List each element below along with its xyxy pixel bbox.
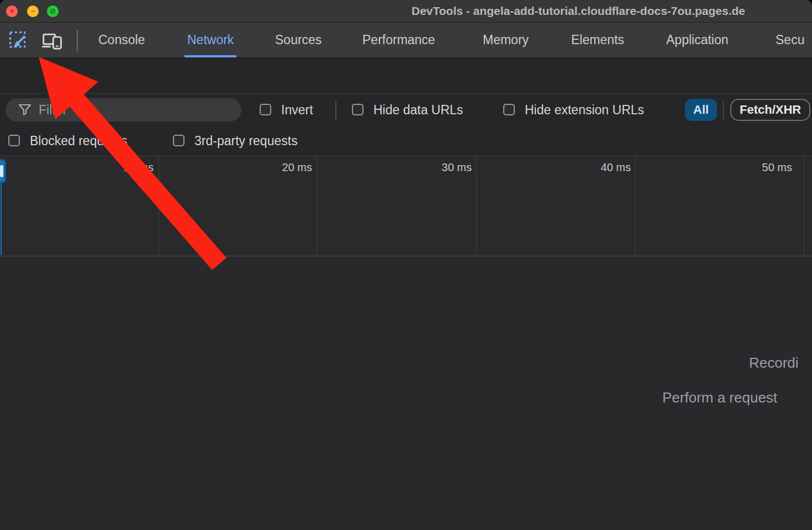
perform-request-hint-text: Perform a request: [662, 389, 777, 406]
toggle-device-toolbar-button[interactable]: [40, 29, 64, 52]
timeline-tick-20ms: 20 ms: [282, 161, 312, 174]
network-options-bar: Blocked requests 3rd-party requests: [0, 126, 812, 156]
blocked-requests-label: Blocked requests: [30, 134, 127, 149]
hide-data-urls-checkbox[interactable]: [352, 104, 363, 115]
timeline-tick-10ms: 10 ms: [124, 161, 154, 174]
timeline-drag-handle[interactable]: [0, 159, 6, 183]
inspect-element-button[interactable]: [7, 29, 31, 52]
tab-security[interactable]: Secu: [776, 23, 804, 57]
filter-separator: [335, 100, 336, 120]
device-toolbar-icon: [41, 31, 63, 51]
window-title: DevTools - angela-add-tutorial.cloudflar…: [412, 4, 745, 18]
tab-memory[interactable]: Memory: [483, 23, 529, 57]
tab-application[interactable]: Application: [666, 23, 729, 57]
zoom-window-button[interactable]: ⊘: [47, 6, 59, 17]
hide-extension-urls-label: Hide extension URLs: [525, 103, 644, 118]
hide-extension-urls-checkbox[interactable]: [503, 104, 515, 115]
close-window-button[interactable]: ×: [6, 6, 18, 17]
timeline-tick-50ms: 50 ms: [762, 161, 792, 174]
recording-status-text: Recordi: [749, 354, 799, 372]
third-party-requests-label: 3rd-party requests: [194, 134, 298, 149]
timeline-tick-40ms: 40 ms: [601, 161, 631, 174]
inspect-icon: [8, 30, 29, 51]
tab-performance[interactable]: Performance: [362, 23, 435, 57]
timeline-gridline: [476, 156, 477, 256]
invert-checkbox[interactable]: [260, 104, 271, 115]
minimize-window-button[interactable]: −: [27, 6, 39, 17]
devtools-tab-bar: Console Network Sources Performance Memo…: [0, 23, 812, 58]
invert-label: Invert: [281, 103, 313, 118]
timeline-tick-30ms: 30 ms: [442, 161, 472, 174]
third-party-requests-checkbox[interactable]: [173, 135, 184, 146]
tab-elements[interactable]: Elements: [571, 23, 624, 57]
timeline-gridline: [804, 156, 804, 256]
filter-input-pill: [6, 98, 241, 121]
tabbar-separator: [77, 30, 78, 51]
request-type-chip-fetch-xhr[interactable]: Fetch/XHR: [730, 99, 810, 121]
timeline-marker-line: [1, 183, 2, 255]
tab-console[interactable]: Console: [98, 23, 145, 57]
filter-input[interactable]: [39, 103, 231, 118]
hide-data-urls-label: Hide data URLs: [373, 103, 463, 118]
network-overview-timeline[interactable]: 10 ms 20 ms 30 ms 40 ms 50 ms: [0, 156, 812, 257]
network-filter-bar: Invert Hide data URLs Hide extension URL…: [0, 93, 812, 126]
blocked-requests-checkbox[interactable]: [8, 135, 20, 146]
timeline-gridline: [159, 156, 159, 256]
title-bar: × − ⊘ DevTools - angela-add-tutorial.clo…: [0, 0, 812, 23]
devtools-window: × − ⊘ DevTools - angela-add-tutorial.clo…: [0, 0, 812, 530]
tab-sources[interactable]: Sources: [275, 23, 321, 57]
timeline-gridline: [635, 156, 636, 256]
timeline-gridline: [317, 156, 317, 256]
timeline-drag-grip: [0, 165, 3, 177]
filter-funnel-icon: [19, 104, 31, 115]
request-type-chip-all[interactable]: All: [685, 99, 717, 121]
chip-separator: [723, 100, 724, 120]
network-toolbar: Preserve log Disable cache No throttling: [0, 58, 812, 93]
tab-network[interactable]: Network: [187, 23, 234, 57]
